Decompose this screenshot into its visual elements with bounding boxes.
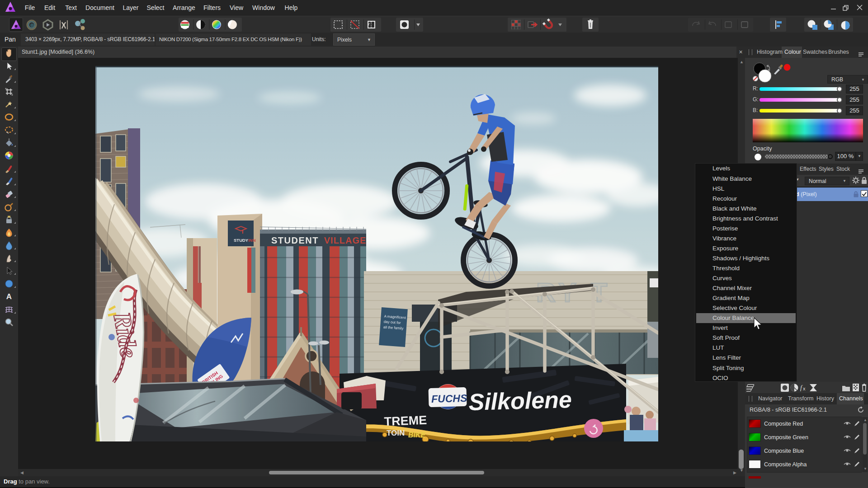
svg-text:x: x bbox=[803, 386, 806, 391]
svg-text:A: A bbox=[6, 292, 12, 301]
